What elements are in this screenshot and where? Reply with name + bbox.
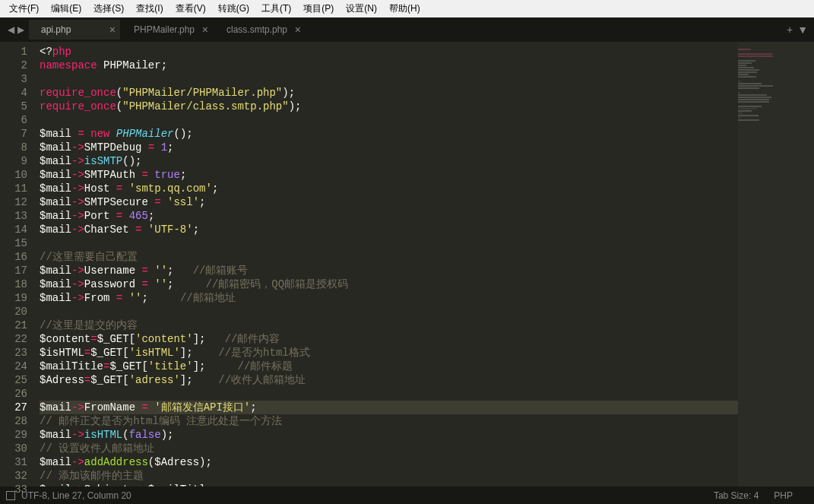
code-line[interactable] (40, 72, 738, 86)
tab-bar: ◀ ▶ api.php×PHPMailer.php×class.smtp.php… (0, 17, 814, 42)
tab-label: PHPMailer.php (134, 24, 195, 35)
code-line[interactable]: $mail->addAddress($Adress); (40, 455, 738, 469)
new-tab-icon[interactable]: + (787, 24, 793, 36)
code-line[interactable] (40, 236, 738, 250)
editor: 1234567891011121314151617181920212223242… (0, 42, 814, 487)
menu-bar: 文件(F)编辑(E)选择(S)查找(I)查看(V)转跳(G)工具(T)项目(P)… (0, 0, 814, 17)
code-line[interactable]: $Adress=$_GET['adress']; //收件人邮箱地址 (40, 373, 738, 387)
line-number[interactable]: 29 (3, 428, 27, 442)
line-number[interactable]: 9 (3, 154, 27, 168)
tab-menu-icon[interactable]: ▼ (797, 24, 808, 36)
line-number[interactable]: 30 (3, 442, 27, 455)
tab-nav-arrows: ◀ ▶ (3, 24, 29, 35)
line-number[interactable]: 17 (3, 264, 27, 277)
code-line[interactable]: require_once("PHPMailer/class.smtp.php")… (40, 100, 738, 113)
line-number[interactable]: 21 (3, 319, 27, 332)
code-line[interactable]: $mail->FromName = '邮箱发信API接口'; (40, 401, 738, 414)
menu-item[interactable]: 选择(S) (87, 1, 130, 17)
line-number[interactable]: 6 (3, 113, 27, 127)
menu-item[interactable]: 文件(F) (3, 1, 45, 17)
code-line[interactable]: $mail->From = ''; //邮箱地址 (40, 291, 738, 305)
code-line[interactable]: //这里是提交的内容 (40, 319, 738, 332)
code-line[interactable] (40, 113, 738, 127)
line-number[interactable]: 3 (3, 72, 27, 86)
line-number[interactable]: 12 (3, 195, 27, 209)
line-number[interactable]: 28 (3, 414, 27, 428)
line-number[interactable]: 1 (3, 45, 27, 59)
file-tab[interactable]: PHPMailer.php× (122, 20, 213, 40)
code-line[interactable]: $mail->SMTPSecure = 'ssl'; (40, 195, 738, 209)
line-number[interactable]: 15 (3, 236, 27, 250)
code-line[interactable]: $mail->SMTPDebug = 1; (40, 141, 738, 154)
tab-bar-right: + ▼ (787, 24, 808, 36)
line-number[interactable]: 7 (3, 127, 27, 141)
line-number[interactable]: 10 (3, 168, 27, 182)
line-number[interactable]: 27 (3, 401, 27, 414)
line-number[interactable]: 33 (3, 483, 27, 496)
code-line[interactable]: $mail = new PHPMailer(); (40, 127, 738, 141)
code-line[interactable]: $content=$_GET['content']; //邮件内容 (40, 332, 738, 346)
line-number[interactable]: 13 (3, 209, 27, 223)
menu-item[interactable]: 设置(N) (340, 1, 383, 17)
code-line[interactable]: $mail->SMTPAuth = true; (40, 168, 738, 182)
code-line[interactable]: $mailTitle=$_GET['title']; //邮件标题 (40, 360, 738, 373)
menu-item[interactable]: 查找(I) (130, 1, 169, 17)
nav-right-icon[interactable]: ▶ (16, 24, 26, 35)
line-number[interactable]: 24 (3, 360, 27, 373)
line-number[interactable]: 14 (3, 223, 27, 236)
close-icon[interactable]: × (109, 24, 116, 36)
line-number[interactable]: 2 (3, 59, 27, 72)
code-line[interactable]: require_once("PHPMailer/PHPMailer.php"); (40, 86, 738, 100)
line-number[interactable]: 11 (3, 182, 27, 195)
menu-item[interactable]: 转跳(G) (212, 1, 255, 17)
tab-label: api.php (41, 24, 71, 35)
menu-item[interactable]: 帮助(H) (383, 1, 426, 17)
line-number[interactable]: 32 (3, 469, 27, 483)
file-tab[interactable]: api.php× (29, 20, 120, 40)
line-number-gutter: 1234567891011121314151617181920212223242… (0, 42, 33, 487)
code-line[interactable]: $mail->CharSet = 'UTF-8'; (40, 223, 738, 236)
status-language[interactable]: PHP (774, 490, 793, 501)
nav-left-icon[interactable]: ◀ (6, 24, 16, 35)
line-number[interactable]: 5 (3, 100, 27, 113)
line-number[interactable]: 23 (3, 346, 27, 360)
status-tab-size[interactable]: Tab Size: 4 (714, 490, 759, 501)
code-line[interactable]: // 设置收件人邮箱地址 (40, 442, 738, 455)
tab-label: class.smtp.php (226, 24, 287, 35)
close-icon[interactable]: × (202, 24, 208, 36)
code-line[interactable] (40, 305, 738, 319)
code-area[interactable]: <?phpnamespace PHPMailer; require_once("… (33, 42, 738, 487)
code-line[interactable]: namespace PHPMailer; (40, 59, 738, 72)
code-line[interactable]: // 添加该邮件的主题 (40, 469, 738, 483)
close-icon[interactable]: × (295, 24, 301, 36)
minimap[interactable] (738, 42, 814, 487)
line-number[interactable]: 18 (3, 277, 27, 291)
menu-item[interactable]: 工具(T) (255, 1, 297, 17)
code-line[interactable]: $mail->isHTML(false); (40, 428, 738, 442)
line-number[interactable]: 31 (3, 455, 27, 469)
code-line[interactable]: $isHTML=$_GET['isHTML']; //是否为html格式 (40, 346, 738, 360)
code-line[interactable]: $mail->Subject = $mailTitle; (40, 483, 738, 487)
code-line[interactable]: <?php (40, 45, 738, 59)
code-line[interactable]: $mail->Username = ''; //邮箱账号 (40, 264, 738, 277)
file-tab[interactable]: class.smtp.php× (214, 20, 306, 40)
code-line[interactable]: //这里需要自己配置 (40, 250, 738, 264)
line-number[interactable]: 26 (3, 387, 27, 401)
menu-item[interactable]: 查看(V) (169, 1, 212, 17)
status-position[interactable]: UTF-8, Line 27, Column 20 (21, 490, 131, 501)
line-number[interactable]: 19 (3, 291, 27, 305)
line-number[interactable]: 8 (3, 141, 27, 154)
line-number[interactable]: 4 (3, 86, 27, 100)
line-number[interactable]: 22 (3, 332, 27, 346)
code-line[interactable]: $mail->Port = 465; (40, 209, 738, 223)
line-number[interactable]: 16 (3, 250, 27, 264)
line-number[interactable]: 25 (3, 373, 27, 387)
code-line[interactable] (40, 387, 738, 401)
menu-item[interactable]: 编辑(E) (45, 1, 87, 17)
code-line[interactable]: $mail->isSMTP(); (40, 154, 738, 168)
line-number[interactable]: 20 (3, 305, 27, 319)
code-line[interactable]: // 邮件正文是否为html编码 注意此处是一个方法 (40, 414, 738, 428)
code-line[interactable]: $mail->Host = 'smtp.qq.com'; (40, 182, 738, 195)
code-line[interactable]: $mail->Password = ''; //邮箱密码，QQ邮箱是授权码 (40, 277, 738, 291)
menu-item[interactable]: 项目(P) (297, 1, 340, 17)
